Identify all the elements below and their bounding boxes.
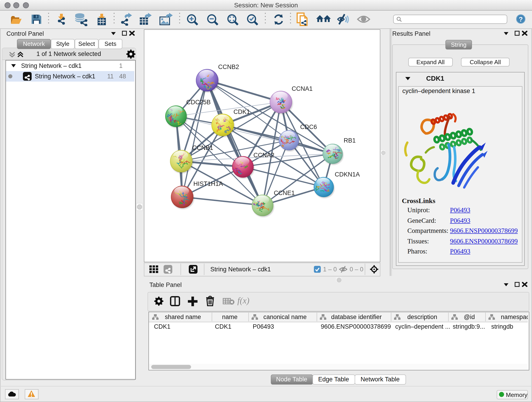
svg-text:HIST1H1A: HIST1H1A <box>193 180 223 187</box>
svg-text:CDKN1A: CDKN1A <box>335 171 360 178</box>
svg-text:CCNA1: CCNA1 <box>292 85 313 92</box>
svg-text:CCNE1: CCNE1 <box>274 189 295 196</box>
svg-text:CCNB2: CCNB2 <box>218 63 239 70</box>
svg-text:CDC6: CDC6 <box>300 123 317 130</box>
svg-text:CDK1: CDK1 <box>234 108 250 115</box>
svg-text:RB1: RB1 <box>344 137 356 144</box>
svg-text:?: ? <box>519 16 523 23</box>
svg-text:CCNA2: CCNA2 <box>253 152 274 158</box>
svg-text:CCNB1: CCNB1 <box>192 144 213 151</box>
svg-text:CDC25B: CDC25B <box>186 99 211 105</box>
